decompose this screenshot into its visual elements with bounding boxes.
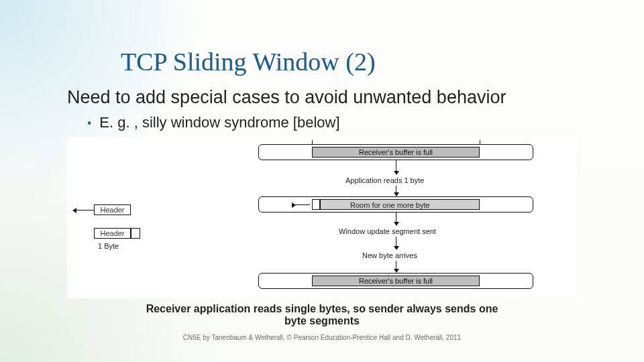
slide-title: TCP Sliding Window (2) (121, 47, 376, 76)
buffer-full-bottom: Receiver's buffer is full (312, 276, 480, 286)
one-byte-label: 1 Byte (98, 242, 119, 250)
buffer-full-top: Receiver's buffer is full (312, 147, 480, 158)
label-new-byte: New byte arrives (362, 251, 417, 259)
room-one-byte (312, 199, 320, 210)
diagram-right-column: Receiver's buffer is full Application re… (231, 137, 560, 298)
silly-window-diagram: Header Header 1 Byte Receiver's buffer i… (67, 137, 577, 298)
header-box-2: Header (94, 228, 131, 239)
diagram-caption: Receiver application reads single bytes,… (141, 303, 503, 327)
one-byte-box (131, 228, 140, 239)
label-room: Room for one more byte (349, 201, 431, 209)
header-box-1: Header (94, 204, 131, 215)
footer-credit: CN5E by Tanenbaum & Wetherall, © Pearson… (0, 334, 644, 341)
bullet-item: E. g. , silly window syndrome [below] (87, 114, 340, 131)
diagram-left-column: Header Header 1 Byte (74, 137, 208, 298)
body-text: Need to add special cases to avoid unwan… (67, 87, 506, 108)
label-app-reads: Application reads 1 byte (345, 176, 424, 184)
slide: TCP Sliding Window (2) Need to add speci… (0, 0, 644, 362)
label-window-update: Window update segment sent (339, 227, 436, 235)
